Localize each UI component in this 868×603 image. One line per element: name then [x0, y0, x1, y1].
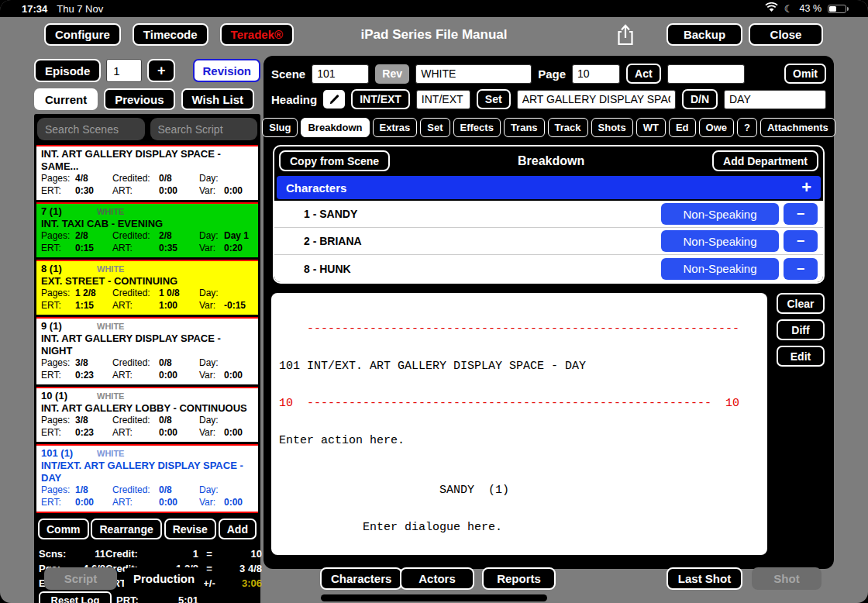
tab-extras[interactable]: Extras [373, 118, 418, 137]
set-field[interactable] [517, 90, 676, 109]
tab-ed[interactable]: Ed [669, 118, 696, 137]
do-not-disturb-icon: ☾ [784, 4, 794, 14]
set-button[interactable]: Set [477, 89, 511, 109]
episode-number-field[interactable] [106, 59, 142, 82]
character-row[interactable]: 8 - HUNK Non-Speaking − [274, 255, 823, 282]
pages-value: 3/8 [75, 357, 88, 368]
script-preview[interactable]: ----------------------------------------… [271, 293, 767, 555]
characters-category-bar[interactable]: Characters + [277, 176, 821, 199]
speaking-type-button[interactable]: Non-Speaking [661, 230, 779, 252]
shot-button[interactable]: Shot [752, 567, 822, 590]
search-scenes-input[interactable] [37, 118, 145, 140]
scene-number-field[interactable] [312, 64, 369, 84]
search-script-input[interactable] [150, 118, 258, 140]
scene-list-item[interactable]: 7 (1) WHITE INT. TAXI CAB - EVENING Page… [36, 202, 258, 257]
art-label: ART: [112, 497, 159, 509]
act-button[interactable]: Act [626, 64, 661, 84]
scene-list-item[interactable]: 8 (1) WHITE EXT. STREET - CONTINUING Pag… [36, 260, 258, 315]
pages-label: Pages: [41, 173, 75, 185]
rearrange-button[interactable]: Rearrange [91, 519, 161, 539]
scene-detail-panel: Scene Rev Page Act Omit Heading INT/EXT … [264, 56, 834, 569]
remove-character-icon[interactable]: − [784, 203, 818, 225]
breakdown-box: Copy from Scene Breakdown Add Department… [273, 145, 825, 284]
home-indicator[interactable] [321, 594, 547, 601]
character-row[interactable]: 1 - SANDY Non-Speaking − [274, 201, 823, 228]
diff-button[interactable]: Diff [777, 319, 825, 340]
pages-value: 4/8 [75, 173, 88, 184]
tab-track[interactable]: Track [548, 118, 588, 137]
pages-label: Pages: [41, 415, 75, 427]
scene-title: INT. TAXI CAB - EVENING [41, 218, 253, 230]
speaking-type-button[interactable]: Non-Speaking [661, 203, 779, 225]
pages-label: Pages: [41, 357, 75, 370]
var-label: Var: [199, 370, 224, 382]
reports-button[interactable]: Reports [482, 567, 556, 590]
revise-button[interactable]: Revise [164, 519, 216, 539]
comm-button[interactable]: Comm [38, 519, 89, 539]
int-ext-button[interactable]: INT/EXT [351, 89, 410, 109]
day-night-button[interactable]: D/N [682, 89, 718, 109]
tab-set[interactable]: Set [420, 118, 450, 137]
scene-list-item-selected[interactable]: 101 (1) WHITE INT/EXT. ART GALLERY DISPL… [36, 444, 258, 513]
add-department-button[interactable]: Add Department [712, 150, 818, 171]
add-character-icon[interactable]: + [801, 179, 811, 196]
remove-character-icon[interactable]: − [784, 230, 818, 252]
backup-button[interactable]: Backup [666, 23, 742, 46]
script-button[interactable]: Script [44, 567, 117, 590]
scns-label: Scns: [39, 548, 76, 560]
revision-color-field[interactable] [415, 64, 532, 84]
tab-trans[interactable]: Trans [504, 118, 545, 137]
scene-list-item[interactable]: INT. ART GALLERY DISPLAY SPACE - SAME...… [36, 145, 258, 200]
share-icon[interactable] [611, 22, 640, 48]
tab-effects[interactable]: Effects [453, 118, 501, 137]
day-night-field[interactable] [724, 90, 826, 109]
credited-label: Credited: [112, 357, 159, 370]
tab-current[interactable]: Current [34, 88, 98, 110]
tab-shots[interactable]: Shots [591, 118, 633, 137]
rev-button[interactable]: Rev [375, 64, 409, 84]
edit-button[interactable]: Edit [777, 346, 825, 367]
ert-value: 0:23 [75, 370, 94, 381]
act-field[interactable] [667, 64, 745, 84]
day-label: Day: [199, 357, 224, 370]
pages-value: 1/8 [75, 484, 88, 495]
close-button[interactable]: Close [749, 23, 823, 46]
characters-button[interactable]: Characters [320, 567, 402, 590]
copy-from-scene-button[interactable]: Copy from Scene [279, 150, 390, 171]
tab-wish-list[interactable]: Wish List [181, 88, 255, 110]
tab-slug[interactable]: Slug [262, 118, 298, 137]
pages-value: 2/8 [75, 230, 88, 241]
art-value: 0:35 [159, 243, 177, 253]
tab-wt[interactable]: WT [636, 118, 666, 137]
clear-button[interactable]: Clear [777, 293, 825, 314]
tab-previous[interactable]: Previous [104, 88, 174, 110]
add-scene-button[interactable]: Add [219, 519, 257, 539]
tab-attachments[interactable]: Attachments [760, 118, 835, 137]
add-episode-button[interactable]: + [147, 59, 175, 82]
character-name: 1 - SANDY [304, 208, 357, 220]
page-number-field[interactable] [572, 64, 620, 84]
scene-list-item[interactable]: 9 (1) WHITE INT. ART GALLERY DISPLAY SPA… [36, 317, 258, 384]
production-button[interactable]: Production [124, 567, 204, 590]
pages-value: 3/8 [75, 415, 88, 426]
tab-owe[interactable]: Owe [699, 118, 734, 137]
episode-button[interactable]: Episode [34, 59, 101, 82]
tab-question[interactable]: ? [737, 118, 757, 137]
edit-heading-icon[interactable] [323, 90, 345, 109]
revision-button[interactable]: Revision [193, 59, 260, 82]
remove-character-icon[interactable]: − [784, 258, 818, 280]
scene-list-panel: INT. ART GALLERY DISPLAY SPACE - SAME...… [34, 114, 260, 603]
speaking-type-button[interactable]: Non-Speaking [661, 258, 779, 280]
art-label: ART: [112, 300, 159, 312]
last-shot-button[interactable]: Last Shot [666, 567, 742, 590]
character-row[interactable]: 2 - BRIANA Non-Speaking − [274, 228, 823, 255]
scene-number: 101 (1) [41, 447, 97, 459]
int-ext-field[interactable] [416, 90, 470, 109]
pages-label: Pages: [41, 484, 75, 497]
scene-list-item[interactable]: 10 (1) WHITE INT. ART GALLERY LOBBY - CO… [36, 387, 258, 442]
scene-list: INT. ART GALLERY DISPLAY SPACE - SAME...… [36, 145, 258, 513]
omit-button[interactable]: Omit [784, 64, 826, 84]
tab-breakdown[interactable]: Breakdown [301, 118, 369, 137]
actors-button[interactable]: Actors [400, 567, 474, 590]
ert-label: ERT: [41, 300, 75, 312]
